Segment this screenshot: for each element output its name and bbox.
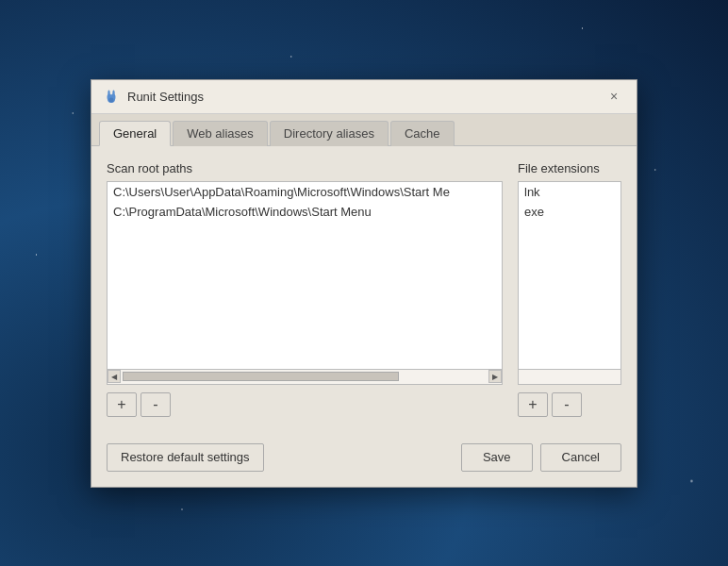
file-ext-button-row: + -: [518, 392, 621, 417]
tab-general[interactable]: General: [99, 121, 171, 146]
svg-point-3: [108, 91, 109, 97]
restore-defaults-button[interactable]: Restore default settings: [107, 443, 264, 472]
scan-root-paths-label: Scan root paths: [107, 161, 503, 175]
file-extensions-list[interactable]: lnk exe: [518, 181, 621, 370]
add-extension-button[interactable]: +: [518, 392, 548, 417]
scrollbar-thumb[interactable]: [123, 372, 399, 381]
scan-root-paths-list[interactable]: C:\Users\User\AppData\Roaming\Microsoft\…: [107, 181, 503, 370]
footer-right-buttons: Save Cancel: [461, 443, 621, 472]
settings-window: Runit Settings × General Web aliases Dir…: [91, 79, 637, 488]
two-column-layout: Scan root paths C:\Users\User\AppData\Ro…: [107, 161, 621, 417]
tab-web-aliases[interactable]: Web aliases: [173, 121, 268, 146]
tab-cache[interactable]: Cache: [390, 121, 455, 146]
cancel-button[interactable]: Cancel: [540, 443, 621, 472]
horizontal-scrollbar[interactable]: ◀ ▶: [107, 370, 503, 385]
remove-scan-path-button[interactable]: -: [141, 392, 171, 417]
list-item[interactable]: C:\Users\User\AppData\Roaming\Microsoft\…: [108, 182, 502, 202]
footer: Restore default settings Save Cancel: [91, 432, 637, 487]
rabbit-icon: [104, 89, 119, 104]
file-extensions-label: File extensions: [518, 161, 621, 175]
scan-root-paths-section: Scan root paths C:\Users\User\AppData\Ro…: [107, 161, 503, 417]
close-button[interactable]: ×: [603, 85, 625, 108]
save-button[interactable]: Save: [461, 443, 533, 472]
app-icon: [103, 88, 120, 105]
file-extensions-section: File extensions lnk exe + -: [518, 161, 621, 417]
scroll-left-arrow[interactable]: ◀: [108, 370, 121, 383]
tab-directory-aliases[interactable]: Directory aliases: [270, 121, 389, 146]
titlebar-left: Runit Settings: [103, 88, 204, 105]
scrollbar-track[interactable]: [121, 370, 488, 384]
window-title: Runit Settings: [127, 90, 204, 104]
list-item[interactable]: lnk: [519, 182, 620, 202]
list-item[interactable]: exe: [519, 202, 620, 222]
main-content: Scan root paths C:\Users\User\AppData\Ro…: [91, 146, 637, 432]
remove-extension-button[interactable]: -: [552, 392, 582, 417]
scan-paths-button-row: + -: [107, 392, 503, 417]
tab-bar: General Web aliases Directory aliases Ca…: [91, 114, 637, 146]
extension-scrollbar-placeholder: [518, 370, 621, 385]
svg-point-5: [109, 98, 114, 103]
add-scan-path-button[interactable]: +: [107, 392, 137, 417]
titlebar: Runit Settings ×: [91, 80, 637, 114]
svg-point-4: [112, 91, 114, 97]
scroll-right-arrow[interactable]: ▶: [488, 370, 502, 383]
list-item[interactable]: C:\ProgramData\Microsoft\Windows\Start M…: [108, 202, 502, 222]
